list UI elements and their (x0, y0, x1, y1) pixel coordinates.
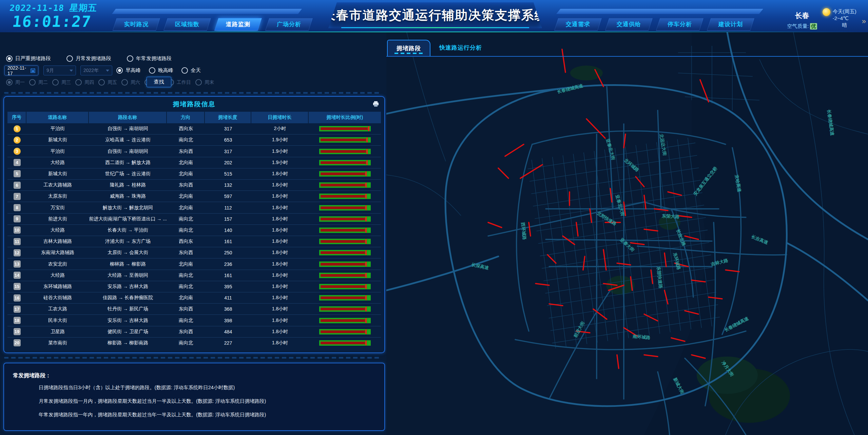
ratio-cell (309, 340, 381, 346)
ratio-bar-fill (321, 240, 365, 243)
table-row[interactable]: 11吉林大路辅路洋浦大街 → 东方广场西向东1611.8小时 (7, 236, 381, 247)
double-arrow-icon[interactable]: » (862, 17, 866, 26)
map-road-label: 亚泰北大街 (605, 138, 616, 161)
radio-option[interactable]: 周三 (52, 79, 71, 86)
congestion-segment (668, 192, 681, 195)
table-row[interactable]: 17工农大路牡丹街 → 新民广场东向西3681.8小时 (7, 303, 381, 314)
road-cell: 硅谷大街辅路 (26, 295, 89, 301)
radio-label: 工作日 (177, 79, 191, 86)
radio-option[interactable]: 周一 (6, 79, 25, 86)
length-cell: 597 (205, 194, 251, 199)
road-cell: 新城大街 (26, 171, 89, 177)
table-row[interactable]: 9前进大街前进大街南湖广场下桥匝道出口 → ...南向北1571.8小时 (7, 213, 381, 224)
radio-option[interactable]: 周六 (121, 79, 140, 86)
table-row[interactable]: 10大经路长春大街 → 平治街南向北1401.8小时 (7, 224, 381, 236)
table-row[interactable]: 13农安北街柳林路 → 柳影路北向南2361.8小时 (7, 258, 381, 269)
nav-tab[interactable]: 停车分析 (656, 18, 703, 31)
segment-cell: 隆礼路 → 桂林路 (89, 182, 167, 188)
time-text: 16:01:27 (7, 14, 96, 30)
table-row[interactable]: 1平治街自强街 → 南胡胡同西向东3172小时 (7, 123, 381, 134)
table-row[interactable]: 3平治街自强街 → 南胡胡同东向西3171.9小时 (7, 145, 381, 157)
radio-option[interactable]: 周末 (195, 79, 214, 86)
table-row[interactable]: 14大经路大经路 → 至善胡同南向北1611.8小时 (7, 270, 381, 281)
map-tab[interactable]: 拥堵路段 (387, 40, 430, 56)
rank-badge: 10 (14, 226, 21, 234)
nav-tab[interactable]: 实时路况 (113, 18, 160, 31)
length-cell: 236 (205, 261, 251, 267)
ratio-bar-tick (365, 262, 367, 267)
segment-cell: 自强街 → 南胡胡同 (89, 126, 167, 132)
table-row[interactable]: 5新城大街世纪广场 → 连云港街北向南5151.8小时 (7, 168, 381, 179)
nav-right: 交通需求交通供给停车分析建设计划 (556, 18, 752, 31)
table-row[interactable]: 19卫星路健民街 → 卫星广场东向西4841.8小时 (7, 326, 381, 337)
print-icon[interactable] (373, 101, 379, 107)
radio-option[interactable]: 周二 (29, 79, 48, 86)
calendar-icon (31, 68, 35, 73)
nav-tab[interactable]: 交通供给 (605, 18, 653, 31)
radio-option[interactable]: 晚高峰 (149, 67, 173, 74)
direction-cell: 北向南 (167, 261, 205, 267)
ratio-bar (319, 160, 371, 165)
ratio-cell (309, 239, 381, 244)
direction-cell: 西向东 (167, 126, 205, 132)
radio-label: 月常发拥堵路段 (76, 55, 111, 62)
table-row[interactable]: 18民丰大街安乐街 → 吉林大路南向北3981.8小时 (7, 314, 381, 326)
ratio-bar-tick (365, 284, 367, 289)
ratio-cell (309, 273, 381, 278)
radio-option[interactable]: 周四 (75, 79, 94, 86)
length-cell: 515 (205, 171, 251, 177)
rank-cell: 11 (7, 238, 26, 245)
map-tab[interactable]: 快速路运行分析 (430, 40, 491, 55)
road-cell: 民丰大街 (26, 318, 89, 324)
peak-radios: 早高峰晚高峰全天 (116, 67, 201, 74)
table-row[interactable]: 4大经路西二道街 → 解放大路北向南2021.9小时 (7, 157, 381, 168)
table-row[interactable]: 20菜市南街柳影路 → 柳影南路南向北2271.8小时 (7, 337, 381, 348)
ratio-bar (319, 284, 371, 289)
table-row[interactable]: 2新城大街京哈高速 → 连云港街南向北6531.9小时 (7, 134, 381, 145)
date-picker[interactable]: 2022-11-17 (4, 66, 38, 75)
table-row[interactable]: 15东环城路辅路安乐路 → 吉林大路南向北3951.8小时 (7, 281, 381, 292)
ratio-bar-fill (321, 285, 365, 288)
nav-tab[interactable]: 广场分析 (265, 18, 313, 31)
air-quality: 空气质量:优 (787, 23, 817, 30)
radio-option[interactable]: 年常发拥堵路段 (127, 55, 172, 62)
year-select-value: 2022年 (83, 68, 99, 74)
radio-option[interactable]: 周五 (98, 79, 117, 86)
radio-option[interactable]: 早高峰 (116, 67, 141, 74)
table-row[interactable]: 7太原东街威海路 → 珠海路北向南5971.8小时 (7, 191, 381, 202)
month-select[interactable]: 9月 (43, 66, 76, 75)
road-cell: 工农大路 (26, 306, 89, 312)
table-row[interactable]: 8万宝街解放大街 → 解放北胡同北向南1121.8小时 (7, 202, 381, 213)
ratio-bar-tick (365, 329, 367, 334)
congestion-table-panel: 拥堵路段信息 序号 道路名称 路段名称 方向 拥堵长度 日拥堵时长 拥堵时长比例… (3, 96, 385, 353)
table-title-bar: 拥堵路段信息 (7, 97, 381, 112)
nav-tab-label: 实时路况 (124, 20, 149, 28)
rank-badge: 12 (14, 249, 21, 256)
table-row[interactable]: 6工农大路辅路隆礼路 → 桂林路东向西1321.8小时 (7, 179, 381, 191)
radio-option[interactable]: 月常发拥堵路段 (66, 55, 111, 62)
congestion-segment (685, 236, 698, 239)
congestion-segment (586, 119, 605, 138)
ratio-bar-fill (321, 127, 368, 130)
segment-cell: 解放大街 → 解放北胡同 (89, 205, 167, 211)
nav-tab[interactable]: 道路监测 (214, 18, 262, 31)
year-select[interactable]: 2022年 (80, 66, 112, 75)
nav-tab-label: 停车分析 (668, 20, 692, 28)
table-row[interactable]: 16硅谷大街辅路佳园路 → 长春肿瘤医院北向南4111.8小时 (7, 292, 381, 303)
radio-option[interactable]: 全天 (181, 67, 201, 74)
ratio-cell (309, 171, 381, 177)
ratio-cell (309, 284, 381, 289)
table-header: 序号 道路名称 路段名称 方向 拥堵长度 日拥堵时长 拥堵时长比例(时) (7, 112, 381, 123)
search-button[interactable]: 查找 (147, 77, 171, 87)
nav-tab[interactable]: 建设计划 (707, 18, 754, 31)
chevron-down-icon (70, 70, 73, 72)
table-row[interactable]: 12东南湖大路辅路太原街 → 会展大街东向西2501.8小时 (7, 247, 381, 258)
radio-label: 周一 (15, 79, 25, 86)
ratio-cell (309, 228, 381, 233)
city-map[interactable]: 长春绕城高速长春绕城高速长春绕城高速北远达大街亚泰北大街亚泰北大街北环城路安龙泉… (386, 32, 868, 435)
map-road-label: 亚泰大街 (619, 237, 635, 253)
radio-option[interactable]: 日严重拥堵路段 (6, 55, 51, 62)
nav-tab[interactable]: 交通需求 (554, 18, 602, 31)
ratio-cell (309, 194, 381, 199)
nav-tab[interactable]: 区域指数 (163, 18, 211, 31)
